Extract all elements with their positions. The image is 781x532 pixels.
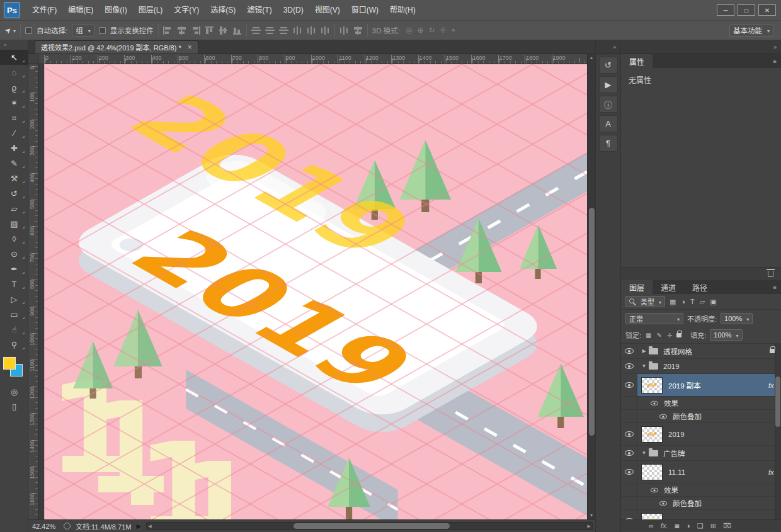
vertical-scroll-thumb[interactable]: [589, 208, 595, 436]
auto-align-icon[interactable]: [339, 26, 349, 35]
scroll-down-icon[interactable]: ▼: [590, 513, 594, 518]
brush-tool[interactable]: ✎: [0, 156, 28, 171]
screen-mode-button[interactable]: ▯: [0, 399, 28, 414]
layer-row[interactable]: [621, 510, 781, 519]
distribute-top-icon[interactable]: [251, 26, 261, 35]
layer-row[interactable]: 效果: [621, 397, 781, 410]
show-transform-checkbox[interactable]: [99, 27, 106, 34]
foreground-color-swatch[interactable]: [3, 357, 16, 370]
maximize-button[interactable]: □: [738, 4, 755, 16]
status-flyout-icon[interactable]: ▶: [136, 523, 141, 529]
visibility-toggle-eye-icon[interactable]: [651, 400, 658, 405]
tab-paths[interactable]: 路径: [684, 280, 715, 294]
lock-all-icon[interactable]: [676, 333, 681, 337]
actions-panel-icon[interactable]: ▶: [599, 76, 618, 93]
blur-tool[interactable]: ◊: [0, 231, 28, 246]
tab-close-icon[interactable]: ×: [188, 43, 192, 52]
fill-field[interactable]: 100%: [710, 329, 742, 341]
horizontal-scrollbar[interactable]: ◀ ▶: [146, 522, 593, 530]
visibility-toggle-eye-icon[interactable]: [625, 450, 634, 456]
path-selection-tool[interactable]: ▷: [0, 291, 28, 307]
history-panel-icon[interactable]: ↺: [599, 57, 618, 74]
zoom-level[interactable]: 42.42%: [30, 523, 59, 530]
menubar-item[interactable]: 选择(S): [205, 0, 241, 21]
layer-row[interactable]: ▶透视网格: [621, 344, 781, 359]
toolbar-collapse-icon[interactable]: [0, 40, 28, 50]
mode-3d-icon-2[interactable]: ↻: [427, 26, 436, 35]
layers-scroll-thumb[interactable]: [775, 376, 780, 427]
auto-select-dropdown[interactable]: 组: [72, 25, 94, 37]
distribute-bottom-icon[interactable]: [279, 26, 288, 35]
menubar-item[interactable]: 滤镜(T): [241, 0, 277, 21]
clone-stamp-tool[interactable]: ⚒: [0, 171, 28, 186]
trash-icon[interactable]: [768, 271, 773, 277]
type-tool[interactable]: T: [0, 276, 28, 291]
menubar-item[interactable]: 窗口(W): [346, 0, 384, 21]
healing-brush-tool[interactable]: ✚: [0, 140, 28, 156]
layer-row[interactable]: 11.11fx▴: [621, 461, 781, 484]
layer-row[interactable]: ▼广告牌: [621, 446, 781, 461]
document-tab[interactable]: 透视效果2.psd @ 42.4%(2019 副本, RGB/8) * ×: [35, 40, 198, 54]
layer-row[interactable]: 20192019: [621, 423, 781, 446]
character-panel-icon[interactable]: A: [599, 115, 618, 132]
visibility-toggle-eye-icon[interactable]: [625, 363, 634, 369]
menubar-item[interactable]: 文件(F): [26, 0, 62, 21]
tab-properties[interactable]: 属性: [621, 54, 653, 68]
gradient-tool[interactable]: ▨: [0, 216, 28, 231]
ruler-horizontal[interactable]: 0100200300400500600700800900100011001200…: [38, 54, 587, 64]
horizontal-scroll-thumb[interactable]: [294, 523, 449, 529]
workspace-switcher[interactable]: 基本功能: [729, 25, 773, 37]
magic-wand-tool[interactable]: ✶: [0, 95, 28, 110]
opacity-field[interactable]: 100%: [721, 313, 753, 324]
layer-row[interactable]: 效果: [621, 484, 781, 497]
menubar-item[interactable]: 文字(Y): [168, 0, 205, 21]
panel-menu-icon[interactable]: ≡: [773, 54, 777, 68]
distribute-middle-icon[interactable]: [265, 26, 275, 35]
zoom-tool[interactable]: ⚲: [0, 337, 28, 352]
align-top-icon[interactable]: [205, 26, 214, 35]
lock-pixels-icon[interactable]: ✎: [656, 332, 663, 339]
menubar-item[interactable]: 帮助(H): [384, 0, 421, 21]
move-tool[interactable]: ↖: [0, 50, 28, 65]
paragraph-panel-icon[interactable]: ¶: [599, 135, 618, 152]
align-middle-icon[interactable]: [219, 26, 228, 35]
visibility-toggle-eye-icon[interactable]: [625, 518, 634, 519]
lasso-tool[interactable]: ϱ: [0, 80, 28, 95]
group-twisty-icon[interactable]: ▶: [640, 348, 648, 354]
scroll-up-icon[interactable]: ▲: [590, 55, 594, 60]
eraser-tool[interactable]: ▱: [0, 201, 28, 216]
layers-scrollbar[interactable]: [775, 344, 781, 519]
group-twisty-icon[interactable]: ▼: [640, 363, 648, 369]
distribute-right-icon[interactable]: [321, 26, 330, 35]
tab-channels[interactable]: 通道: [653, 280, 684, 294]
hand-tool[interactable]: ☝: [0, 322, 28, 337]
panel-menu-icon[interactable]: ≡: [773, 280, 777, 294]
adjustment-layer-icon[interactable]: ◑: [686, 523, 690, 529]
new-group-icon[interactable]: ❏: [697, 523, 704, 529]
align-center-horizontal-icon[interactable]: [177, 26, 186, 35]
layer-row[interactable]: 颜色叠加: [621, 410, 781, 423]
mode-3d-icon-3[interactable]: ✛: [439, 26, 448, 35]
filter-type-layers-icon[interactable]: T: [689, 298, 696, 306]
filter-shape-layers-icon[interactable]: ▱: [698, 298, 706, 306]
layer-mask-icon[interactable]: ◙: [675, 523, 679, 529]
crop-tool[interactable]: ⌗: [0, 110, 28, 125]
dodge-tool[interactable]: ⊙: [0, 246, 28, 261]
tool-preset-picker[interactable]: ➤: [5, 26, 16, 35]
link-layers-icon[interactable]: ∞: [649, 523, 654, 529]
menubar-item[interactable]: 图层(L): [133, 0, 169, 21]
filter-pixel-layers-icon[interactable]: ▦: [668, 298, 677, 306]
canvas-area[interactable]: 2019 2019 11.11: [38, 64, 587, 519]
info-panel-icon[interactable]: ⓘ: [599, 96, 618, 113]
menubar-item[interactable]: 编辑(E): [62, 0, 99, 21]
minimize-button[interactable]: ─: [717, 4, 734, 16]
align-left-icon[interactable]: [163, 26, 173, 35]
lock-transparency-icon[interactable]: ▦: [645, 332, 652, 339]
visibility-toggle-eye-icon[interactable]: [659, 501, 667, 506]
panel-strip-collapse-icon[interactable]: [596, 40, 620, 54]
blend-mode-dropdown[interactable]: 正常: [625, 313, 683, 324]
scroll-left-icon[interactable]: ◀: [148, 524, 151, 529]
mode-3d-icon-4[interactable]: ⌖: [450, 26, 457, 35]
visibility-toggle-eye-icon[interactable]: [651, 487, 658, 492]
distribute-left-icon[interactable]: [293, 26, 302, 35]
